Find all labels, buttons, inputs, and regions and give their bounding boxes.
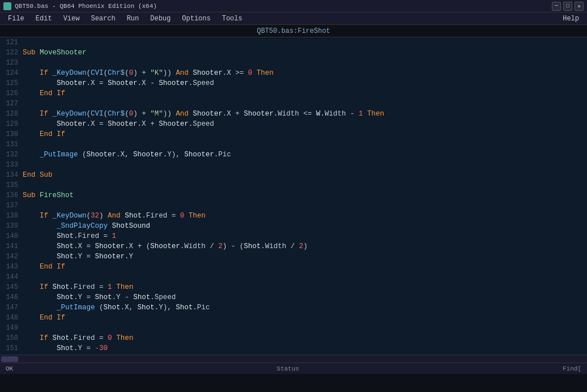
menu-help[interactable]: Help xyxy=(557,14,585,24)
code-line-124: 124 If _KeyDown(CVI(Chr$(0) + "K")) And … xyxy=(0,68,587,78)
code-line-152: 152 End If xyxy=(0,353,587,355)
code-line-143: 143 End If xyxy=(0,262,587,272)
title-bar: QBT50.bas - QB64 Phoenix Edition (x64) ─… xyxy=(0,0,587,12)
code-line-122: 122 Sub MoveShooter xyxy=(0,48,587,58)
code-line-139: 139 _SndPlayCopy ShotSound xyxy=(0,221,587,231)
code-line-130: 130 End If xyxy=(0,129,587,139)
menu-view[interactable]: View xyxy=(58,14,86,24)
code-line-137: 137 xyxy=(0,201,587,211)
code-area[interactable]: 121 122 Sub MoveShooter 123 124 If _KeyD… xyxy=(0,37,587,355)
code-line-151: 151 Shot.Y = -30 xyxy=(0,343,587,353)
code-line-142: 142 Shot.Y = Shooter.Y xyxy=(0,252,587,262)
maximize-button[interactable]: □ xyxy=(563,2,572,11)
code-line-121: 121 xyxy=(0,37,587,48)
menu-search[interactable]: Search xyxy=(85,14,121,24)
code-line-127: 127 xyxy=(0,99,587,109)
code-line-148: 148 End If xyxy=(0,313,587,323)
code-line-140: 140 Shot.Fired = 1 xyxy=(0,231,587,241)
code-line-128: 128 If _KeyDown(CVI(Chr$(0) + "M")) And … xyxy=(0,109,587,119)
status-bar: OK Status Find[ xyxy=(0,363,587,374)
horizontal-scrollbar[interactable] xyxy=(0,355,587,363)
tab-bar: QBT50.bas:FireShot xyxy=(0,25,587,37)
app-icon xyxy=(3,2,11,10)
active-tab[interactable]: QBT50.bas:FireShot xyxy=(257,27,330,35)
code-line-125: 125 Shooter.X = Shooter.X - Shooter.Spee… xyxy=(0,78,587,88)
code-line-133: 133 xyxy=(0,160,587,170)
scroll-thumb-h[interactable] xyxy=(1,356,18,362)
menu-debug[interactable]: Debug xyxy=(144,14,176,24)
status-ok: OK xyxy=(0,365,19,372)
code-line-135: 135 xyxy=(0,180,587,190)
code-line-134: 134 End Sub xyxy=(0,170,587,180)
menu-bar: File Edit View Search Run Debug Options … xyxy=(0,12,587,25)
menu-file[interactable]: File xyxy=(2,14,30,24)
code-line-146: 146 Shot.Y = Shot.Y - Shot.Speed xyxy=(0,292,587,302)
code-line-144: 144 xyxy=(0,272,587,282)
code-line-149: 149 xyxy=(0,323,587,333)
code-line-129: 129 Shooter.X = Shooter.X + Shooter.Spee… xyxy=(0,119,587,129)
close-button[interactable]: ✕ xyxy=(575,2,584,11)
code-line-136: 136 Sub FireShot xyxy=(0,190,587,201)
code-line-145: 145 If Shot.Fired = 1 Then xyxy=(0,282,587,292)
code-line-147: 147 _PutImage (Shot.X, Shot.Y), Shot.Pic xyxy=(0,302,587,313)
code-line-123: 123 xyxy=(0,58,587,68)
code-line-141: 141 Shot.X = Shooter.X + (Shooter.Width … xyxy=(0,241,587,252)
menu-edit[interactable]: Edit xyxy=(30,14,58,24)
status-find[interactable]: Find[ xyxy=(557,365,587,372)
code-line-132: 132 _PutImage (Shooter.X, Shooter.Y), Sh… xyxy=(0,150,587,160)
code-line-126: 126 End If xyxy=(0,88,587,99)
window-title: QBT50.bas - QB64 Phoenix Edition (x64) xyxy=(15,3,157,10)
minimize-button[interactable]: ─ xyxy=(552,2,561,11)
code-line-150: 150 If Shot.Fired = 0 Then xyxy=(0,333,587,343)
menu-run[interactable]: Run xyxy=(121,14,145,24)
menu-tools[interactable]: Tools xyxy=(216,14,248,24)
code-line-138: 138 If _KeyDown(32) And Shot.Fired = 0 T… xyxy=(0,211,587,221)
menu-options[interactable]: Options xyxy=(176,14,216,24)
status-center: Status xyxy=(19,365,557,372)
code-line-131: 131 xyxy=(0,139,587,150)
